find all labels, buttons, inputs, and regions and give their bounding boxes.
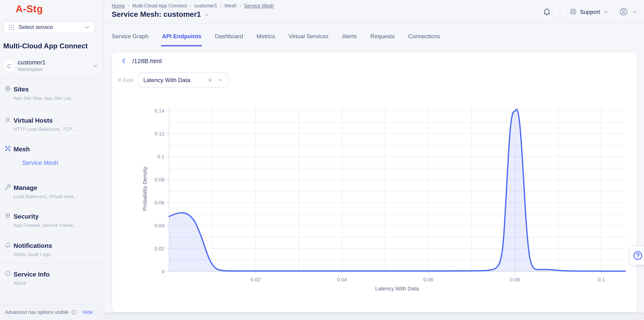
svg-text:0.14: 0.14	[154, 108, 164, 114]
sidebar-item-label: Virtual Hosts	[14, 116, 99, 124]
support-menu[interactable]: Support	[569, 8, 608, 15]
sidebar-item-label: Manage	[14, 184, 99, 192]
sidebar-item-subtitle: Load Balancers, Virtual Host...	[14, 194, 99, 199]
namespace-type-label: Namespace	[18, 67, 43, 72]
tab-bar: Service GraphAPI EndpointsDashboardMetri…	[112, 33, 440, 46]
sidebar-footer: Advanced nav options visible Hide	[0, 304, 104, 320]
shield-icon	[4, 213, 11, 219]
tab-service-graph[interactable]: Service Graph	[112, 33, 149, 46]
svg-text:0.12: 0.12	[154, 131, 164, 137]
sidebar-sublink-service-mesh[interactable]: Service Mesh	[22, 160, 99, 166]
grid-icon	[8, 24, 15, 31]
service-selector[interactable]: Select service	[3, 21, 95, 33]
help-button[interactable]	[630, 247, 644, 265]
sidebar-nav: SitesApp Site Map, App Site List, ...Vir…	[0, 78, 104, 304]
breadcrumb-separator: ›	[128, 3, 129, 9]
density-chart: 00.020.040.060.080.10.120.140.020.040.06…	[112, 52, 638, 313]
svg-text:0.08: 0.08	[510, 277, 520, 283]
chevron-down-icon[interactable]	[204, 12, 210, 17]
sidebar-item-label: Mesh	[14, 145, 99, 153]
life-ring-icon	[569, 8, 577, 15]
svg-text:0.02: 0.02	[154, 246, 164, 252]
user-avatar-icon	[619, 7, 628, 16]
sidebar-item-label: Service Info	[14, 270, 99, 278]
info-icon	[4, 270, 11, 277]
tab-dashboard[interactable]: Dashboard	[215, 33, 243, 46]
namespace-name: customer1	[18, 59, 46, 65]
support-label: Support	[580, 8, 600, 15]
svg-text:0.04: 0.04	[337, 277, 347, 283]
hide-nav-link[interactable]: Hide	[82, 309, 93, 315]
breadcrumb-item[interactable]: Home	[112, 3, 125, 9]
sidebar-item-virtual-hosts[interactable]: Virtual HostsHTTP Load Balancers, TCP ..…	[0, 109, 104, 138]
tab-alerts[interactable]: Alerts	[342, 33, 357, 46]
page-title-row: Service Mesh: customer1	[112, 10, 210, 19]
svg-text:0.08: 0.08	[154, 177, 164, 183]
svg-text:0.1: 0.1	[157, 154, 164, 159]
sidebar-item-label: Security	[14, 213, 99, 220]
page-bottom-strip	[104, 313, 644, 320]
svg-text:0: 0	[162, 269, 164, 274]
chevron-down-icon	[603, 9, 609, 14]
chevron-down-icon	[92, 63, 98, 69]
tab-requests[interactable]: Requests	[370, 33, 394, 46]
breadcrumb-item[interactable]: Mesh	[225, 3, 237, 9]
service-selector-placeholder: Select service	[18, 24, 84, 30]
breadcrumb-item[interactable]: Service Mesh	[244, 3, 274, 9]
svg-text:Probability Density: Probability Density	[142, 167, 148, 211]
breadcrumb-item[interactable]: customer1	[194, 3, 217, 9]
bell-icon	[4, 242, 11, 248]
breadcrumb-separator: ›	[240, 3, 241, 9]
sidebar-item-subtitle: App Firewall, Service Policie...	[14, 222, 99, 228]
advanced-nav-label: Advanced nav options visible	[5, 309, 68, 315]
breadcrumb: Home›Multi-Cloud App Connect›customer1›M…	[112, 3, 274, 9]
globe-icon	[4, 85, 11, 92]
svg-text:0.06: 0.06	[154, 200, 164, 205]
svg-text:Latency With Data: Latency With Data	[375, 286, 419, 292]
header-divider	[560, 6, 560, 17]
sidebar-item-service-info[interactable]: Service InfoAbout	[0, 263, 104, 292]
mesh-icon	[4, 145, 11, 152]
tab-metrics[interactable]: Metrics	[256, 33, 275, 46]
svg-text:0.02: 0.02	[250, 277, 260, 283]
header-actions: Support	[542, 0, 637, 23]
sidebar: A-Stg Select service Multi-Cloud App Con…	[0, 0, 104, 320]
chevron-down-icon	[632, 9, 638, 14]
tab-virtual-services[interactable]: Virtual Services	[288, 33, 328, 46]
sidebar-item-subtitle: HTTP Load Balancers, TCP ...	[14, 126, 99, 132]
top-header: Home›Multi-Cloud App Connect›customer1›M…	[104, 0, 644, 23]
app-root: A-Stg Select service Multi-Cloud App Con…	[0, 0, 644, 320]
sidebar-item-label: Notifications	[14, 242, 99, 250]
breadcrumb-separator: ›	[220, 3, 222, 9]
svg-text:0.1: 0.1	[598, 277, 605, 283]
sidebar-item-subtitle: About	[14, 280, 99, 286]
hosts-icon	[4, 116, 11, 123]
page-title: Service Mesh: customer1	[112, 10, 201, 19]
tab-api-endpoints[interactable]: API Endpoints	[162, 33, 201, 46]
sidebar-spacer	[0, 292, 104, 305]
sidebar-item-mesh[interactable]: MeshService Mesh	[0, 138, 104, 176]
namespace-selector[interactable]: C customer1 Namespace	[0, 54, 104, 78]
breadcrumb-separator: ›	[190, 3, 191, 9]
sidebar-item-notifications[interactable]: NotificationsAlerts, Audit Logs	[0, 234, 104, 263]
tab-connections[interactable]: Connections	[408, 33, 440, 46]
sidebar-item-sites[interactable]: SitesApp Site Map, App Site List, ...	[0, 78, 104, 109]
question-icon	[632, 250, 643, 261]
chevron-down-icon	[84, 24, 90, 30]
sidebar-item-label: Sites	[14, 85, 99, 93]
notifications-bell-icon[interactable]	[542, 7, 551, 16]
sidebar-heading: Multi-Cloud App Connect	[3, 42, 102, 50]
sidebar-item-security[interactable]: SecurityApp Firewall, Service Policie...	[0, 205, 104, 234]
brand-logo: A-Stg	[16, 3, 43, 15]
namespace-avatar: C	[3, 60, 15, 72]
endpoint-card: /128B.html X Axis Latency With Data 00.0…	[112, 52, 638, 313]
svg-text:0.04: 0.04	[154, 223, 164, 228]
svg-text:0.06: 0.06	[423, 277, 433, 283]
user-menu[interactable]	[619, 7, 637, 16]
sidebar-item-subtitle: Alerts, Audit Logs	[14, 252, 99, 257]
sidebar-item-manage[interactable]: ManageLoad Balancers, Virtual Host...	[0, 176, 104, 205]
sidebar-item-subtitle: App Site Map, App Site List, ...	[14, 95, 99, 101]
wrench-icon	[4, 184, 11, 190]
breadcrumb-item[interactable]: Multi-Cloud App Connect	[132, 3, 187, 9]
info-icon[interactable]	[71, 309, 77, 315]
